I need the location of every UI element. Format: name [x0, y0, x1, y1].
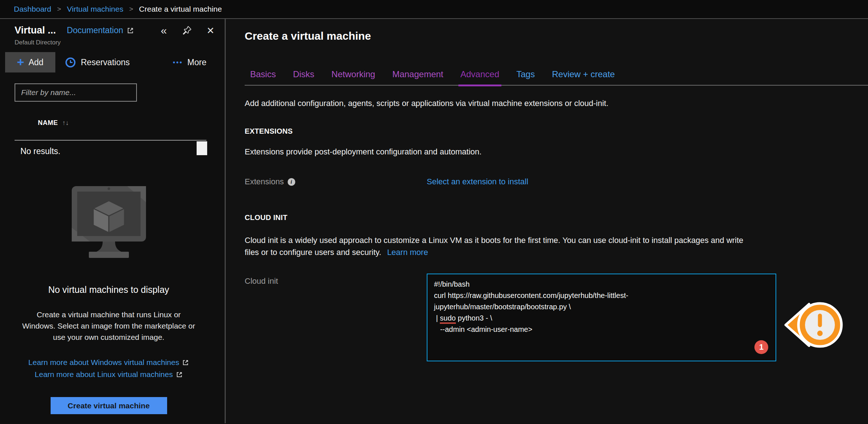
- empty-state: No virtual machines to display Create a …: [0, 185, 225, 414]
- close-blade-icon[interactable]: ✕: [206, 26, 214, 35]
- learn-more-link[interactable]: Learn more: [387, 248, 428, 257]
- breadcrumb: Dashboard > Virtual machines > Create a …: [0, 0, 868, 19]
- cloud-init-code: #!/bin/bash curl https://raw.githubuserc…: [434, 279, 769, 335]
- name-column-header[interactable]: NAME ↑↓: [38, 119, 225, 127]
- breadcrumb-dashboard[interactable]: Dashboard: [14, 5, 51, 13]
- reservations-button-label: Reservations: [81, 58, 130, 67]
- breadcrumb-virtual-machines[interactable]: Virtual machines: [67, 5, 123, 13]
- tab-tags[interactable]: Tags: [516, 69, 535, 79]
- reservations-button[interactable]: Reservations: [65, 52, 130, 72]
- name-header-label: NAME: [38, 119, 58, 127]
- cloud-init-field-row: Cloud init #!/bin/bash curl https://raw.…: [245, 274, 868, 361]
- collapse-blade-icon[interactable]: «: [161, 25, 167, 36]
- pin-icon[interactable]: [181, 25, 192, 36]
- wizard-tabs: Basics Disks Networking Management Advan…: [245, 69, 868, 86]
- more-button-label: More: [188, 58, 206, 67]
- breadcrumb-current-page: Create a virtual machine: [139, 5, 222, 13]
- add-button[interactable]: + Add: [5, 52, 55, 72]
- tab-basics[interactable]: Basics: [250, 69, 276, 79]
- misspelled-word: sudo: [440, 314, 455, 324]
- tab-disks[interactable]: Disks: [293, 69, 315, 79]
- tab-management[interactable]: Management: [392, 69, 443, 79]
- external-link-icon: [182, 359, 189, 366]
- extensions-description: Extensions provide post-deployment confi…: [245, 147, 868, 157]
- empty-state-title: No virtual machines to display: [0, 284, 217, 295]
- vm-list: No results.: [0, 140, 225, 156]
- create-virtual-machine-button[interactable]: Create virtual machine: [51, 397, 167, 414]
- directory-subtitle: Default Directory: [15, 39, 214, 46]
- vm-monitor-illustration: [69, 185, 149, 262]
- extensions-section-header: EXTENSIONS: [245, 127, 868, 136]
- virtual-machines-blade: Virtual ... Documentation « ✕ Default Di…: [0, 19, 226, 423]
- cloud-init-textarea[interactable]: #!/bin/bash curl https://raw.githubuserc…: [427, 274, 776, 361]
- learn-windows-vm-link-label: Learn more about Windows virtual machine…: [28, 358, 179, 367]
- vm-toolbar: + Add Reservations ••• More: [0, 52, 225, 72]
- cloud-init-description: Cloud init is a widely used approach to …: [245, 234, 758, 258]
- chevron-right-icon: >: [129, 5, 133, 13]
- learn-linux-vm-link-label: Learn more about Linux virtual machines: [35, 370, 173, 379]
- scrollbar-thumb[interactable]: [197, 141, 207, 155]
- tab-advanced[interactable]: Advanced: [461, 69, 500, 79]
- blade-header: Virtual ... Documentation « ✕ Default Di…: [0, 19, 225, 46]
- learn-linux-vm-link[interactable]: Learn more about Linux virtual machines: [35, 370, 182, 379]
- tab-networking[interactable]: Networking: [331, 69, 375, 79]
- cloud-init-description-text: Cloud init is a widely used approach to …: [245, 236, 743, 257]
- annotation-badge-1: 1: [754, 340, 768, 354]
- more-button[interactable]: ••• More: [173, 52, 206, 72]
- create-vm-pane: Create a virtual machine Basics Disks Ne…: [226, 19, 868, 423]
- advanced-tab-intro: Add additional configuration, agents, sc…: [245, 99, 868, 108]
- learn-windows-vm-link[interactable]: Learn more about Windows virtual machine…: [28, 358, 189, 367]
- warning-annotation-icon: [784, 298, 844, 352]
- select-extension-link[interactable]: Select an extension to install: [427, 177, 528, 187]
- cloud-init-field-label: Cloud init: [245, 276, 278, 286]
- sort-arrows-icon: ↑↓: [62, 119, 69, 127]
- documentation-link-label: Documentation: [67, 25, 123, 35]
- extensions-field-row: Extensions Select an extension to instal…: [245, 177, 868, 187]
- external-link-icon: [127, 27, 134, 34]
- tab-review-create[interactable]: Review + create: [552, 69, 615, 79]
- no-results-text: No results.: [0, 141, 225, 156]
- filter-by-name-input[interactable]: [15, 83, 137, 102]
- empty-state-description: Create a virtual machine that runs Linux…: [21, 309, 196, 343]
- blade-title: Virtual ...: [15, 25, 56, 36]
- add-button-label: Add: [28, 58, 43, 67]
- chevron-right-icon: >: [57, 5, 61, 13]
- documentation-link[interactable]: Documentation: [67, 25, 134, 35]
- cloud-init-section-header: CLOUD INIT: [245, 213, 868, 222]
- extensions-field-label: Extensions: [245, 177, 284, 187]
- plus-icon: +: [17, 56, 24, 68]
- clock-icon: [65, 57, 76, 68]
- page-title: Create a virtual machine: [245, 30, 868, 42]
- ellipsis-icon: •••: [173, 59, 183, 66]
- external-link-icon: [176, 371, 183, 378]
- info-icon[interactable]: [288, 178, 295, 186]
